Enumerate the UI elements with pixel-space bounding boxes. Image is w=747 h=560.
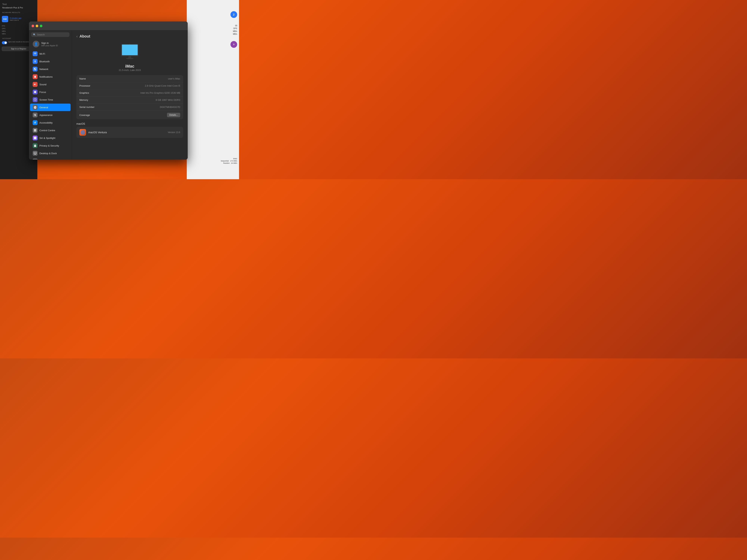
bg-section-label: NCHMARK RESULTS bbox=[0, 11, 37, 15]
bg-right-disk: E662 Sequential 174 MB/s Random 24 MB/s bbox=[221, 158, 237, 164]
macos-left: 🌀 macOS Ventura bbox=[79, 129, 107, 136]
macos-info: macOS Ventura bbox=[88, 131, 107, 134]
sidebar-item-siri[interactable]: Siri & Spotlight bbox=[30, 134, 71, 142]
signin-primary: Sign in bbox=[41, 42, 58, 45]
bg-toggle[interactable] bbox=[2, 41, 7, 44]
macos-section-label: macOS bbox=[76, 122, 183, 125]
system-preferences-window: 🔍 Search 👤 Sign in with your Apple ID Wi… bbox=[29, 22, 188, 160]
sidebar-item-label: Bluetooth bbox=[40, 60, 50, 63]
sidebar-item-displays[interactable]: Displays bbox=[30, 157, 71, 160]
sidebar-item-label: Screen Time bbox=[40, 98, 53, 101]
svg-rect-7 bbox=[122, 45, 138, 55]
sidebar-item-desktop[interactable]: Desktop & Dock bbox=[30, 150, 71, 157]
sidebar-item-label: Sound bbox=[40, 83, 47, 86]
close-button[interactable] bbox=[31, 25, 34, 27]
sound-icon bbox=[33, 82, 37, 87]
table-row: Name user's iMac bbox=[76, 75, 183, 82]
sidebar-item-bluetooth[interactable]: Bluetooth bbox=[30, 58, 71, 65]
bg-right-badge: 2 bbox=[230, 11, 237, 18]
info-value-serial: DGKTMHB4GG7D bbox=[160, 106, 180, 108]
bg-app-title: Test bbox=[0, 0, 37, 6]
minimize-button[interactable] bbox=[36, 25, 38, 27]
bg-right-fps-badge: 9 bbox=[230, 41, 237, 48]
notifications-icon bbox=[33, 74, 37, 79]
general-icon bbox=[33, 105, 37, 110]
svg-rect-10 bbox=[121, 55, 138, 56]
traffic-lights bbox=[31, 25, 43, 27]
info-label-graphics: Graphics bbox=[79, 91, 89, 94]
main-content: ‹ About iMac 21 bbox=[72, 30, 188, 160]
avatar: 👤 bbox=[33, 41, 40, 47]
sidebar-item-appearance[interactable]: Appearance bbox=[30, 111, 71, 119]
sidebar-item-sound[interactable]: Sound bbox=[30, 81, 71, 88]
search-placeholder: Search bbox=[37, 33, 45, 36]
table-row: Serial number DGKTMHB4GG7D bbox=[76, 104, 183, 111]
controlcentre-icon bbox=[33, 128, 37, 133]
privacy-icon bbox=[33, 143, 37, 148]
svg-point-1 bbox=[35, 121, 35, 122]
svg-rect-5 bbox=[35, 131, 36, 131]
svg-rect-2 bbox=[34, 129, 35, 130]
sidebar-item-label: General bbox=[40, 106, 48, 109]
bg-score-time: 8 minutes ago bbox=[10, 17, 22, 19]
page-title: About bbox=[80, 34, 91, 38]
info-label-coverage: Coverage bbox=[79, 114, 90, 116]
wifi-icon bbox=[33, 51, 37, 56]
bg-score-badge: 642 bbox=[2, 16, 8, 22]
sidebar-item-accessibility[interactable]: Accessibility bbox=[30, 119, 71, 126]
info-value-name: user's iMac bbox=[168, 77, 180, 80]
maximize-button[interactable] bbox=[40, 25, 43, 27]
accessibility-icon bbox=[33, 120, 37, 125]
appearance-icon bbox=[33, 112, 37, 117]
network-icon bbox=[33, 66, 37, 72]
bg-score-cpu: Intel Core i5 bbox=[10, 19, 22, 21]
imac-icon bbox=[120, 42, 140, 63]
sidebar-item-wifi[interactable]: Wi-Fi bbox=[30, 50, 71, 57]
sidebar-item-label: Privacy & Security bbox=[40, 144, 59, 147]
search-container: 🔍 Search bbox=[29, 30, 72, 39]
sidebar-item-notifications[interactable]: Notifications bbox=[30, 73, 71, 80]
sidebar-item-label: Focus bbox=[40, 91, 46, 94]
search-icon: 🔍 bbox=[33, 33, 36, 36]
svg-point-9 bbox=[126, 58, 133, 59]
macos-version: Version 13.6 bbox=[168, 131, 180, 134]
signin-secondary: with your Apple ID bbox=[41, 45, 58, 47]
sidebar-item-label: Network bbox=[40, 68, 48, 71]
sidebar-item-label: Siri & Spotlight bbox=[40, 137, 55, 139]
sidebar-item-network[interactable]: Network bbox=[30, 65, 71, 73]
signin-row[interactable]: 👤 Sign in with your Apple ID bbox=[30, 39, 71, 49]
window-body: 🔍 Search 👤 Sign in with your Apple ID Wi… bbox=[29, 30, 188, 160]
info-value-memory: 8 GB 1867 MHz DDR3 bbox=[156, 99, 180, 101]
sidebar-item-label: Control Centre bbox=[40, 129, 55, 132]
table-row: Graphics Intel Iris Pro Graphics 6200 15… bbox=[76, 89, 183, 97]
desktop-icon bbox=[33, 151, 37, 156]
macos-icon: 🌀 bbox=[79, 129, 86, 136]
sidebar: 🔍 Search 👤 Sign in with your Apple ID Wi… bbox=[29, 30, 72, 160]
info-label-serial: Serial number bbox=[79, 106, 95, 108]
back-button[interactable]: ‹ bbox=[76, 34, 78, 38]
info-label-memory: Memory bbox=[79, 99, 88, 101]
sidebar-item-privacy[interactable]: Privacy & Security bbox=[30, 142, 71, 149]
sidebar-item-general[interactable]: General bbox=[30, 104, 71, 111]
info-label-processor: Processor bbox=[79, 84, 91, 87]
device-name: iMac bbox=[125, 64, 134, 69]
table-row: Memory 8 GB 1867 MHz DDR3 bbox=[76, 97, 183, 104]
details-button[interactable]: Details... bbox=[167, 113, 180, 117]
macos-row: 🌀 macOS Ventura Version 13.6 bbox=[76, 127, 183, 138]
svg-point-0 bbox=[34, 114, 36, 116]
about-header: ‹ About bbox=[76, 34, 183, 38]
bluetooth-icon bbox=[33, 59, 37, 64]
svg-rect-4 bbox=[34, 131, 35, 131]
sidebar-item-controlcentre[interactable]: Control Centre bbox=[30, 127, 71, 134]
bg-right-panel: 2 9 00 OPS MB/s MB/s E662 Sequential 174… bbox=[187, 0, 239, 179]
imac-display: iMac 21.5-inch, Late 2015 bbox=[76, 42, 183, 72]
macos-name: macOS Ventura bbox=[88, 131, 107, 134]
sidebar-item-label: Notifications bbox=[40, 75, 53, 78]
info-table: Name user's iMac Processor 2.8 GHz Quad-… bbox=[76, 75, 183, 119]
sidebar-item-screentime[interactable]: Screen Time bbox=[30, 96, 71, 103]
sidebar-item-focus[interactable]: Focus bbox=[30, 88, 71, 96]
table-row-coverage: Coverage Details... bbox=[76, 111, 183, 119]
search-box[interactable]: 🔍 Search bbox=[31, 32, 70, 37]
info-value-processor: 2.8 GHz Quad-Core Intel Core i5 bbox=[145, 84, 180, 87]
device-model: 21.5-inch, Late 2015 bbox=[119, 69, 141, 72]
